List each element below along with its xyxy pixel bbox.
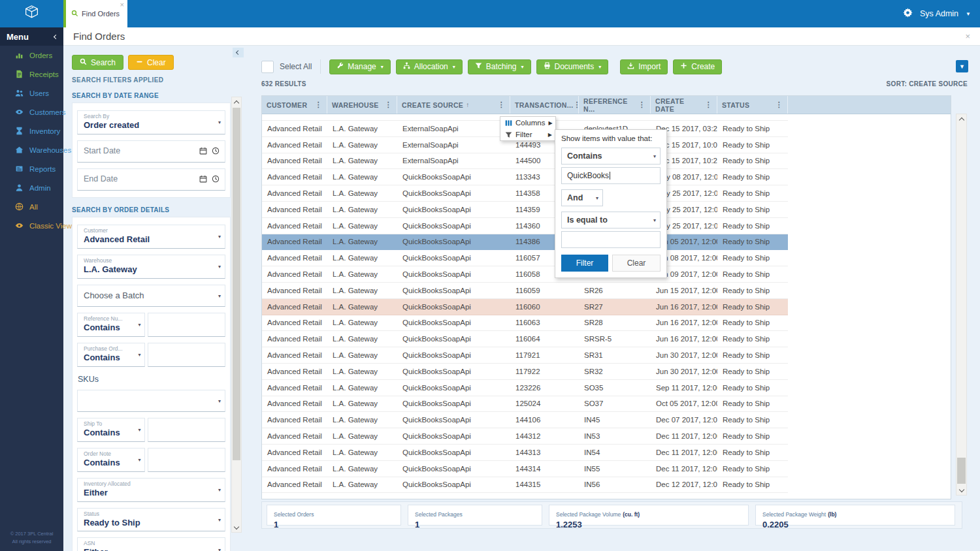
scrollbar-thumb[interactable] xyxy=(233,108,240,460)
sidebar-item-warehouses[interactable]: Warehouses xyxy=(0,140,63,159)
sidebar-item-orders[interactable]: Orders xyxy=(0,46,63,65)
tab-find-orders[interactable]: Find Orders × xyxy=(63,0,127,27)
sidebar-item-receipts[interactable]: Receipts xyxy=(0,65,63,84)
table-row[interactable]: Advanced RetailL.A. GatewayQuickBooksSoa… xyxy=(262,266,788,283)
column-menu-icon[interactable]: ⋮ xyxy=(776,101,783,109)
batching-button[interactable]: Batching▾ xyxy=(468,59,531,74)
column-header-create-date[interactable]: CREATE DATE⋮ xyxy=(651,96,717,114)
grid-settings-button[interactable]: ▼ xyxy=(956,60,968,72)
documents-button[interactable]: Documents▾ xyxy=(536,59,609,74)
menu-item-filter[interactable]: Filter ▶ xyxy=(500,129,555,140)
table-row[interactable]: Advanced RetailL.A. GatewayQuickBooksSoa… xyxy=(262,169,788,185)
warehouse-select[interactable]: WarehouseL.A. Gateway▾ xyxy=(77,255,225,279)
purchase-ord-value-input[interactable] xyxy=(148,343,225,367)
table-row[interactable]: Advanced RetailL.A. GatewayQuickBooksSoa… xyxy=(262,299,788,315)
reference-nu-value-input[interactable] xyxy=(148,313,225,337)
tab-close-icon[interactable]: × xyxy=(120,1,124,8)
table-scrollbar-thumb[interactable] xyxy=(957,458,966,484)
start-date-input[interactable]: Start Date xyxy=(77,140,225,163)
sidebar-item-customers[interactable]: Customers xyxy=(0,102,63,121)
column-header-status[interactable]: STATUS⋮ xyxy=(717,96,788,114)
table-row[interactable]: Advanced RetailL.A. GatewayQuickBooksSoa… xyxy=(262,428,788,445)
filter-value-input[interactable]: QuickBooks xyxy=(561,167,661,184)
sidebar-item-classic-view[interactable]: Classic View xyxy=(0,216,63,235)
clear-button[interactable]: Clear xyxy=(128,55,174,70)
column-header-create-source[interactable]: CREATE SOURCE↑⋮ xyxy=(397,96,510,114)
table-row[interactable]: Advanced RetailL.A. GatewayQuickBooksSoa… xyxy=(262,250,788,266)
ship-to-value-input[interactable] xyxy=(148,418,225,442)
table-row[interactable]: Advanced RetailL.A. GatewayQuickBooksSoa… xyxy=(262,461,788,477)
table-row[interactable]: Advanced RetailL.A. GatewayQuickBooksSoa… xyxy=(262,283,788,299)
table-row[interactable]: Advanced RetailL.A. GatewayQuickBooksSoa… xyxy=(262,380,788,396)
asn-select[interactable]: ASNEither▾ xyxy=(77,537,225,551)
calendar-icon[interactable] xyxy=(199,146,207,157)
table-row[interactable]: Advanced RetailL.A. GatewayQuickBooksSoa… xyxy=(262,396,788,413)
filter-panel-collapse-button[interactable] xyxy=(233,48,244,57)
create-button[interactable]: Create xyxy=(673,59,722,74)
filter-logic-select[interactable]: And ▾ xyxy=(561,189,603,206)
column-menu-icon[interactable]: ⋮ xyxy=(705,101,712,109)
column-menu-icon[interactable]: ⋮ xyxy=(385,101,392,109)
table-row[interactable]: Advanced RetailL.A. GatewayQuickBooksSoa… xyxy=(262,315,788,332)
column-header-warehouse[interactable]: WAREHOUSE⋮ xyxy=(327,96,397,114)
scroll-up-icon[interactable] xyxy=(232,97,241,106)
ship-to-operator-select[interactable]: Ship ToContains▾ xyxy=(77,418,145,442)
end-date-input[interactable]: End Date xyxy=(77,168,225,191)
column-menu-icon[interactable]: ⋮ xyxy=(315,101,322,109)
table-row[interactable]: Advanced RetailL.A. GatewayQuickBooksSoa… xyxy=(262,202,788,218)
page-close-icon[interactable]: × xyxy=(965,31,970,41)
sidebar-item-admin[interactable]: Admin xyxy=(0,178,63,197)
sidebar-item-users[interactable]: Users xyxy=(0,84,63,102)
import-button[interactable]: Import xyxy=(620,59,668,74)
table-row[interactable]: Advanced RetailL.A. GatewayQuickBooksSoa… xyxy=(262,412,788,428)
table-row[interactable]: Advanced RetailL.A. GatewayQuickBooksSoa… xyxy=(262,331,788,347)
calendar-icon[interactable] xyxy=(199,174,207,185)
purchase-ord-operator-select[interactable]: Purchase Ord...Contains▾ xyxy=(77,343,145,367)
table-row[interactable]: Advanced RetailL.A. GatewayQuickBooksSoa… xyxy=(262,185,788,202)
select-all-checkbox[interactable] xyxy=(261,61,274,73)
sidebar-item-reports[interactable]: Reports xyxy=(0,159,63,178)
skus-select[interactable]: ▾ xyxy=(77,390,225,412)
menu-collapse-icon[interactable] xyxy=(54,34,58,39)
filter-operator-select[interactable]: Contains ▾ xyxy=(561,148,661,165)
customer-select[interactable]: CustomerAdvanced Retail▾ xyxy=(77,225,225,249)
table-row[interactable]: Advanced RetailL.A. GatewayQuickBooksSoa… xyxy=(262,445,788,461)
clock-icon[interactable] xyxy=(212,174,220,185)
column-header-transaction[interactable]: TRANSACTION...⋮ xyxy=(510,96,579,114)
clock-icon[interactable] xyxy=(212,146,220,157)
table-row[interactable]: Advanced RetailL.A. GatewayQuickBooksSoa… xyxy=(262,364,788,380)
table-scroll-down-icon[interactable] xyxy=(956,486,966,495)
table-row[interactable]: Advanced RetailL.A. GatewayExternalSoapA… xyxy=(262,153,788,170)
gear-icon[interactable] xyxy=(903,8,913,20)
order-note-value-input[interactable] xyxy=(148,448,225,472)
table-scroll-up-icon[interactable] xyxy=(956,114,966,123)
filter-operator2-select[interactable]: Is equal to ▾ xyxy=(561,212,661,228)
table-row[interactable]: Advanced RetailL.A. GatewayQuickBooksSoa… xyxy=(262,218,788,234)
scroll-down-icon[interactable] xyxy=(232,523,241,532)
sidebar-item-inventory[interactable]: Inventory xyxy=(0,121,63,140)
table-row[interactable]: Advanced RetailL.A. GatewayQuickBooksSoa… xyxy=(262,477,788,494)
user-menu[interactable]: Sys Admin xyxy=(920,9,958,18)
filter-value2-input[interactable] xyxy=(561,231,661,248)
filter-clear-button[interactable]: Clear xyxy=(612,255,661,272)
choose-a-batch-select[interactable]: Choose a Batch▾ xyxy=(77,285,225,307)
filter-apply-button[interactable]: Filter xyxy=(561,255,608,272)
allocation-button[interactable]: Allocation▾ xyxy=(396,59,463,74)
table-scrollbar[interactable] xyxy=(956,114,967,496)
column-menu-icon[interactable]: ⋮ xyxy=(498,101,505,109)
reference-nu-operator-select[interactable]: Reference Nu...Contains▾ xyxy=(77,313,145,337)
status-select[interactable]: StatusReady to Ship▾ xyxy=(77,508,225,532)
inventory-allocated-select[interactable]: Inventory AllocatedEither▾ xyxy=(77,478,225,502)
column-header-reference-n[interactable]: REFERENCE N...⋮ xyxy=(579,96,651,114)
manage-button[interactable]: Manage▾ xyxy=(329,59,390,74)
column-header-customer[interactable]: CUSTOMER⋮ xyxy=(262,96,327,114)
filter-panel-scrollbar[interactable] xyxy=(231,97,242,533)
column-menu-icon[interactable]: ⋮ xyxy=(638,101,645,109)
search-by-select[interactable]: Search ByOrder created▾ xyxy=(77,110,225,134)
app-logo[interactable] xyxy=(0,0,63,27)
order-note-operator-select[interactable]: Order NoteContains▾ xyxy=(77,448,145,472)
menu-item-columns[interactable]: Columns ▶ xyxy=(500,117,555,129)
table-row[interactable]: Advanced RetailL.A. GatewayQuickBooksSoa… xyxy=(262,347,788,364)
table-row[interactable]: Advanced RetailL.A. GatewayQuickBooksSoa… xyxy=(262,234,788,251)
search-button[interactable]: Search xyxy=(72,55,123,70)
